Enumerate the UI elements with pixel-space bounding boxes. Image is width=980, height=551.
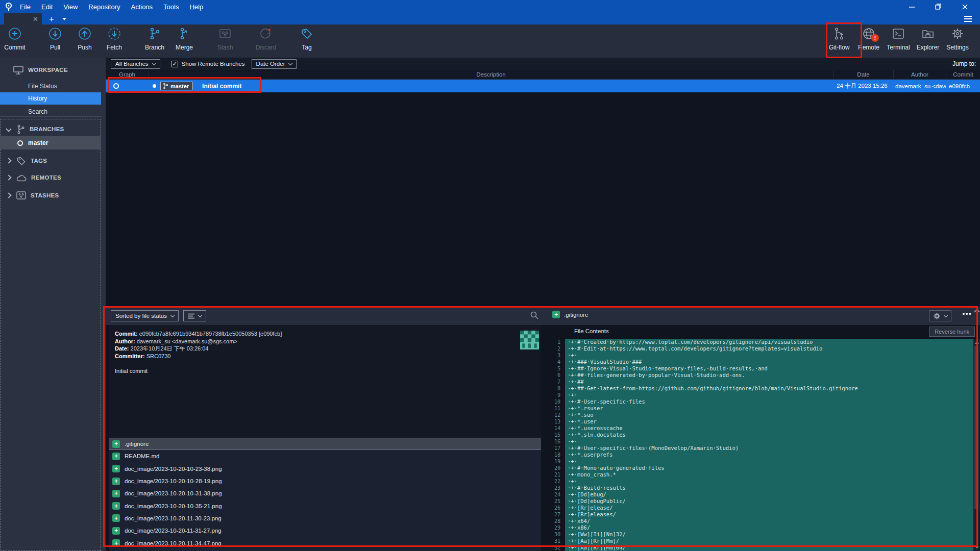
commit-author-cell: davemark_su <davemark.su@sgs.com> [893,83,946,89]
diff-line-content: ·+·[Rr]eleases/ [565,511,973,518]
file-added-icon: + [112,539,120,547]
chevron-right-icon[interactable] [6,192,11,198]
stash-button[interactable]: Stash [210,27,240,58]
diff-line: 26·+·[Rr]elease/ [543,505,980,511]
remote-button[interactable]: ! Remote [854,27,884,58]
menu-tools[interactable]: Tools [163,3,179,11]
chevron-down-icon[interactable] [6,126,11,132]
explorer-button[interactable]: Explorer [913,27,943,58]
menu-edit[interactable]: Edit [41,3,53,11]
file-row[interactable]: +doc_image/2023-10-20-11-34-47.png [109,537,541,549]
diff-view: 1·+·#·Created·by·https://www.toptal.com/… [543,339,980,551]
minimize-button[interactable] [904,2,919,12]
file-row[interactable]: +doc_image/2023-10-20-11-30-23.png [109,512,541,524]
tag-button[interactable]: Tag [292,27,322,58]
pull-button[interactable]: Pull [40,27,70,58]
file-row[interactable]: +doc_image/2023-10-20-11-31-27.png [109,524,541,537]
settings-button[interactable]: Settings [943,27,972,58]
checkbox-checked-icon[interactable]: ✓ [172,61,178,67]
workspace-section-header[interactable]: WORKSPACE [0,64,106,76]
show-remote-branches-checkbox-wrap[interactable]: ✓ Show Remote Branches [172,61,245,67]
restore-button[interactable] [931,2,945,12]
diff-line-content: ·+·#·User-specific·files [565,398,973,405]
new-tab-button[interactable]: + [49,15,54,23]
line-number: 3 [543,352,565,359]
git-flow-button[interactable]: Git-flow [824,27,854,58]
scroll-down-icon[interactable] [975,546,979,548]
scroll-up-icon[interactable] [975,341,979,344]
menu-view[interactable]: View [63,3,78,11]
diff-line-content: ·+·###·VisualStudio·### [565,359,973,365]
tab-close-icon[interactable]: ✕ [33,16,38,22]
fetch-button[interactable]: Fetch [100,27,129,58]
tag-icon [16,156,26,166]
column-header-commit[interactable]: Commit [946,70,980,79]
file-row[interactable]: +README.md [109,450,541,462]
menu-help[interactable]: Help [189,3,203,11]
tab-list-caret-icon[interactable] [62,18,66,20]
close-button[interactable] [958,2,972,12]
hamburger-menu-icon[interactable] [964,16,972,22]
push-button[interactable]: Push [70,27,100,58]
diff-line-content: ·+·#·Edit·at·https://www.toptal.com/deve… [565,345,973,352]
monitor-icon [13,66,23,74]
sidebar-branch-master[interactable]: master [0,136,101,149]
stashes-section-header[interactable]: STASHES [0,189,106,202]
chevron-right-icon[interactable] [6,174,11,180]
scrollbar-thumb[interactable] [974,346,978,509]
repository-tab[interactable]: ✕ [4,13,42,24]
diff-line-content: ·+·*.user [565,418,973,425]
chevron-right-icon[interactable] [6,158,11,163]
more-options-button[interactable]: ••• [962,309,972,318]
gear-icon [951,27,964,40]
chevron-down-icon [152,61,156,65]
branches-section-header[interactable]: BRANCHES [0,123,106,135]
merge-button[interactable]: Merge [169,27,199,58]
order-filter-select[interactable]: Date Order [252,59,297,69]
diff-line-content: ·+· [565,458,973,465]
branch-button[interactable]: Branch [140,27,169,58]
cloud-icon [16,174,27,182]
menu-actions[interactable]: Actions [131,3,153,11]
diff-line: 9·+· [543,392,980,398]
column-header-author[interactable]: Author [893,70,946,79]
file-row[interactable]: +doc_image/2023-10-20-10-31-38.png [109,487,541,499]
file-row[interactable]: +doc_image/2023-10-20-10-28-19.png [109,475,541,487]
line-number: 21 [543,471,565,478]
sidebar-item-file-status[interactable]: File Status [0,80,106,92]
diff-line-content: ·+·##·Get·latest·from·https://github.com… [565,385,973,392]
diff-line-content: ·+·*.sln.docstates [565,432,973,438]
search-icon[interactable] [530,311,538,319]
diff-line: 4·+·###·VisualStudio·### [543,359,980,365]
reverse-hunk-button[interactable]: Reverse hunk [929,327,975,337]
column-header-graph[interactable]: Graph [106,70,149,79]
commit-button[interactable]: Commit [0,27,30,58]
menu-file[interactable]: File [20,3,31,11]
sidebar-item-history[interactable]: History [0,92,101,105]
merge-icon [178,27,190,40]
view-options-select[interactable] [183,310,206,321]
file-row[interactable]: +doc_image/2023-10-20-10-35-21.png [109,499,541,512]
terminal-button[interactable]: Terminal [884,27,913,58]
diff-settings-button[interactable] [929,310,951,321]
title-bar: FileEditViewRepositoryActionsToolsHelp [0,0,980,13]
line-number: 5 [543,365,565,372]
sort-by-select[interactable]: Sorted by file status [111,310,179,321]
tags-section-header[interactable]: TAGS [0,155,106,167]
diff-scrollbar[interactable] [973,339,979,551]
commit-row-selected[interactable]: master Initial commit 24 十月 2023 15:26 d… [106,80,980,92]
line-number: 8 [543,385,565,392]
column-header-description[interactable]: Description [149,70,833,79]
file-row[interactable]: +.gitignore [109,438,541,450]
diff-line-content: ·+·[Ww][Ii][Nn]32/ [565,531,973,538]
collapse-panel-icon[interactable] [974,309,979,314]
menu-repository[interactable]: Repository [88,3,120,11]
diff-line: 22·+· [543,478,980,485]
discard-button[interactable]: Discard [251,27,281,58]
file-added-icon: + [552,311,560,318]
branch-filter-select[interactable]: All Branches [111,59,160,69]
remotes-section-header[interactable]: REMOTES [0,171,106,184]
line-number: 14 [543,425,565,432]
file-row[interactable]: +doc_image/2023-10-20-10-23-38.png [109,463,541,475]
column-header-date[interactable]: Date [833,70,893,79]
